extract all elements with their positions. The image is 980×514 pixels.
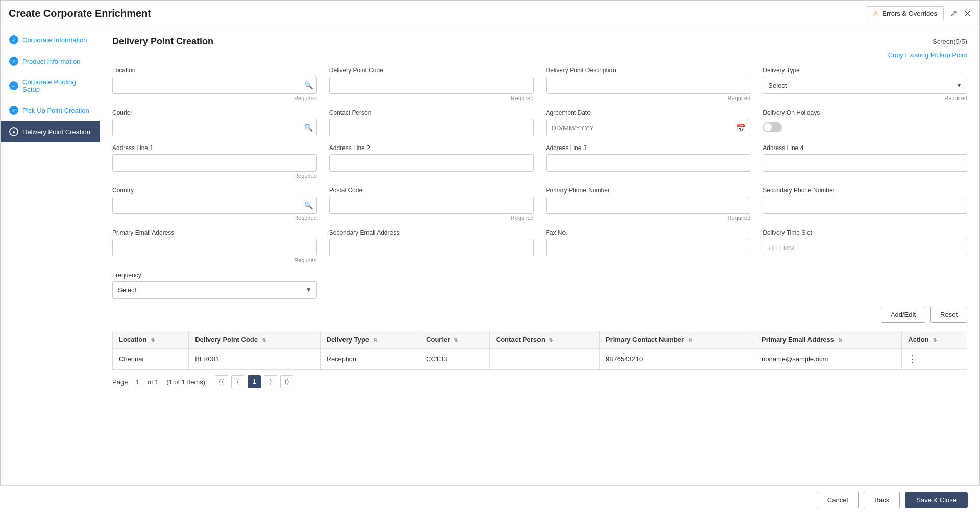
row-contact-person bbox=[489, 349, 599, 370]
delivery-on-holidays-label: Delivery On Holidays bbox=[763, 109, 967, 116]
address3-input[interactable] bbox=[546, 154, 751, 172]
col-primary-contact-number: Primary Contact Number ⇅ bbox=[599, 331, 755, 349]
sidebar-item-pickup-point[interactable]: ✓ Pick Up Point Creation bbox=[1, 100, 100, 121]
col-delivery-type: Delivery Type ⇅ bbox=[320, 331, 420, 349]
delivery-type-select[interactable]: Select Reception Direct Mailroom bbox=[763, 77, 967, 94]
sidebar-item-delivery-point[interactable]: ● Delivery Point Creation bbox=[1, 121, 100, 142]
sidebar-item-corporate-pooling[interactable]: ✓ Corporate Pooling Setup bbox=[1, 72, 100, 100]
sort-icon-primary-email-address[interactable]: ⇅ bbox=[838, 337, 842, 343]
courier-label: Courier bbox=[112, 109, 317, 116]
country-required: Required bbox=[112, 215, 317, 221]
last-page-button[interactable]: ⟩⟩ bbox=[280, 375, 293, 388]
delivery-point-code-field: Delivery Point Code Required bbox=[329, 67, 534, 101]
delivery-point-desc-label: Delivery Point Description bbox=[546, 67, 751, 74]
fax-input[interactable] bbox=[546, 239, 751, 256]
form-row-5: Primary Email Address Required Secondary… bbox=[112, 229, 967, 263]
location-required: Required bbox=[112, 95, 317, 101]
sort-icon-location[interactable]: ⇅ bbox=[151, 337, 155, 343]
row-action-menu[interactable]: ⋮ bbox=[908, 354, 918, 364]
sort-icon-contact-person[interactable]: ⇅ bbox=[549, 337, 553, 343]
errors-overrides-button[interactable]: ⚠ Errors & Overrides bbox=[866, 6, 944, 21]
agreement-date-input[interactable] bbox=[546, 119, 751, 136]
sort-icon-delivery-point-code[interactable]: ⇅ bbox=[262, 337, 266, 343]
sidebar-item-product-info[interactable]: ✓ Product Information bbox=[1, 51, 100, 72]
cancel-button[interactable]: Cancel bbox=[817, 492, 859, 508]
row-courier: CC133 bbox=[420, 349, 490, 370]
prev-page-button[interactable]: ⟨ bbox=[231, 375, 244, 388]
main-content: Delivery Point Creation Screen(5/5) Copy… bbox=[100, 27, 979, 513]
postal-code-input[interactable] bbox=[329, 197, 534, 214]
table-header-row: Location ⇅ Delivery Point Code ⇅ Deliver… bbox=[113, 331, 967, 349]
address1-input[interactable] bbox=[112, 154, 317, 172]
secondary-email-input[interactable] bbox=[329, 239, 534, 256]
address4-input[interactable] bbox=[763, 154, 967, 172]
secondary-email-label: Secondary Email Address bbox=[329, 229, 534, 236]
primary-email-input[interactable] bbox=[112, 239, 317, 256]
form-row-1: Location 🔍 Required Delivery Point Code … bbox=[112, 67, 967, 101]
add-edit-button[interactable]: Add/Edit bbox=[881, 307, 925, 323]
delivery-point-desc-input[interactable] bbox=[546, 77, 751, 94]
delivery-on-holidays-toggle[interactable] bbox=[763, 122, 782, 132]
delivery-point-code-label: Delivery Point Code bbox=[329, 67, 534, 74]
address4-label: Address Line 4 bbox=[763, 144, 967, 152]
secondary-phone-input[interactable] bbox=[763, 197, 967, 214]
address4-field: Address Line 4 bbox=[763, 144, 967, 179]
sort-icon-delivery-type[interactable]: ⇅ bbox=[373, 337, 377, 343]
step-circle-3: ✓ bbox=[9, 81, 18, 90]
sort-icon-courier[interactable]: ⇅ bbox=[454, 337, 458, 343]
close-button[interactable]: ✕ bbox=[964, 8, 971, 19]
primary-phone-input[interactable] bbox=[546, 197, 751, 214]
screen-label: Screen(5/5) bbox=[933, 38, 967, 45]
back-button[interactable]: Back bbox=[864, 492, 900, 508]
main-window: Create Corporate Enrichment ⚠ Errors & O… bbox=[0, 0, 980, 514]
postal-code-label: Postal Code bbox=[329, 187, 534, 194]
first-page-button[interactable]: ⟨⟨ bbox=[215, 375, 228, 388]
delivery-point-desc-required: Required bbox=[546, 95, 751, 101]
agreement-date-field: Agreement Date 📅 bbox=[546, 109, 751, 136]
page-title: Delivery Point Creation bbox=[112, 36, 213, 47]
col-primary-email-address: Primary Email Address ⇅ bbox=[755, 331, 902, 349]
address1-required: Required bbox=[112, 173, 317, 179]
frequency-label: Frequency bbox=[112, 272, 317, 279]
table-header: Location ⇅ Delivery Point Code ⇅ Deliver… bbox=[113, 331, 967, 349]
location-input[interactable] bbox=[112, 77, 317, 94]
row-location: Chennai bbox=[113, 349, 189, 370]
courier-input-wrapper: 🔍 bbox=[112, 119, 317, 136]
sidebar-label-corporate-info: Corporate Information bbox=[22, 36, 87, 44]
expand-button[interactable]: ⤢ bbox=[950, 8, 958, 19]
address1-field: Address Line 1 Required bbox=[112, 144, 317, 179]
frequency-select[interactable]: Select Daily Weekly Monthly bbox=[112, 281, 317, 299]
primary-phone-required: Required bbox=[546, 215, 751, 221]
sort-icon-primary-contact-number[interactable]: ⇅ bbox=[688, 337, 692, 343]
primary-email-required: Required bbox=[112, 257, 317, 263]
toggle-knob bbox=[764, 123, 772, 131]
frequency-row: Frequency Select Daily Weekly Monthly ▼ bbox=[112, 272, 967, 299]
delivery-on-holidays-field: Delivery On Holidays bbox=[763, 109, 967, 136]
sidebar: ✓ Corporate Information ✓ Product Inform… bbox=[1, 27, 100, 513]
delivery-type-select-wrapper: Select Reception Direct Mailroom ▼ bbox=[763, 77, 967, 94]
sidebar-label-product-info: Product Information bbox=[22, 58, 80, 65]
sort-icon-action[interactable]: ⇅ bbox=[933, 337, 937, 343]
secondary-phone-label: Secondary Phone Number bbox=[763, 187, 967, 194]
delivery-type-field: Delivery Type Select Reception Direct Ma… bbox=[763, 67, 967, 101]
delivery-time-slot-input[interactable] bbox=[763, 239, 967, 256]
footer: Cancel Back Save & Close bbox=[0, 485, 980, 514]
address2-input[interactable] bbox=[329, 154, 534, 172]
page-1-button[interactable]: 1 bbox=[248, 375, 261, 388]
contact-person-label: Contact Person bbox=[329, 109, 534, 116]
fax-label: Fax No. bbox=[546, 229, 751, 236]
delivery-point-code-input[interactable] bbox=[329, 77, 534, 94]
contact-person-wrapper bbox=[329, 119, 534, 136]
reset-button[interactable]: Reset bbox=[930, 307, 967, 323]
country-input[interactable] bbox=[112, 197, 317, 214]
next-page-button[interactable]: ⟩ bbox=[264, 375, 277, 388]
address3-field: Address Line 3 bbox=[546, 144, 751, 179]
save-close-button[interactable]: Save & Close bbox=[905, 492, 968, 508]
contact-person-input[interactable] bbox=[329, 119, 534, 136]
row-action: ⋮ bbox=[902, 349, 967, 370]
copy-existing-link[interactable]: Copy Existing Pickup Point bbox=[112, 51, 967, 59]
calendar-icon[interactable]: 📅 bbox=[736, 123, 746, 133]
courier-input[interactable] bbox=[112, 119, 317, 136]
secondary-email-wrapper bbox=[329, 239, 534, 256]
sidebar-item-corporate-info[interactable]: ✓ Corporate Information bbox=[1, 29, 100, 51]
